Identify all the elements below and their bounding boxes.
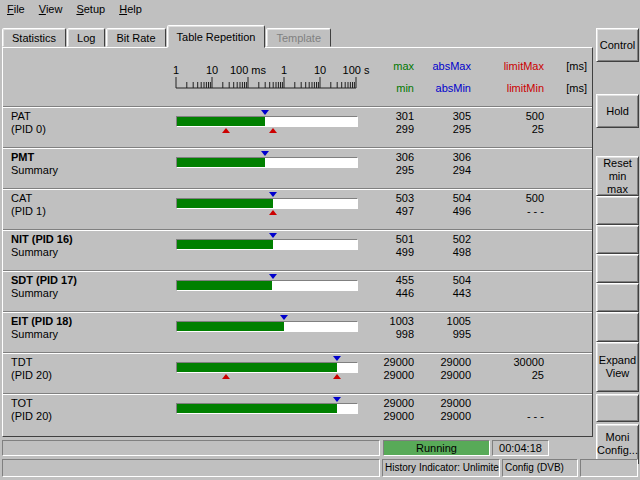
menu-setup[interactable]: Setup — [69, 0, 112, 18]
status-left-panel-2 — [2, 459, 380, 477]
value-limitmax: 30000 — [474, 356, 544, 368]
limit-marker — [222, 374, 230, 379]
row-subtitle: Summary — [11, 246, 58, 258]
app-window: FileViewSetupHelp StatisticsLogBit RateT… — [0, 0, 640, 480]
value-limitmax: 500 — [474, 192, 544, 204]
value-absmin: 294 — [401, 164, 471, 176]
row-title: NIT (PID 16) — [11, 233, 73, 245]
limit-marker — [269, 128, 277, 133]
repetition-bar — [176, 403, 358, 414]
value-limitmin: - - - — [474, 410, 544, 422]
row-title: PMT — [11, 151, 34, 163]
menu-file[interactable]: File — [0, 0, 32, 18]
softkey-blank — [596, 225, 639, 254]
softkey-blank — [596, 196, 639, 225]
value-absmin: 995 — [401, 328, 471, 340]
repetition-bar-fill — [177, 404, 337, 413]
repetition-bar-fill — [177, 117, 265, 126]
value-absmin: 29000 — [401, 410, 471, 422]
absmax-marker — [269, 233, 277, 238]
repetition-bar-fill — [177, 199, 273, 208]
row-subtitle: (PID 20) — [11, 369, 52, 381]
softkey-blank — [596, 283, 639, 312]
running-status-label: Running — [416, 442, 457, 454]
column-header-limitmax: limitMax — [474, 60, 544, 72]
row-subtitle: Summary — [11, 287, 58, 299]
absmax-marker — [261, 110, 269, 115]
softkey-blank — [596, 312, 639, 342]
row-title: PAT — [11, 110, 31, 122]
menu-help[interactable]: Help — [112, 0, 149, 18]
repetition-bar-fill — [177, 363, 337, 372]
value-limitmax: 500 — [474, 110, 544, 122]
value-absmax: 502 — [401, 233, 471, 245]
value-absmin: 498 — [401, 246, 471, 258]
tab-template[interactable]: Template — [266, 28, 331, 47]
hold-button[interactable]: Hold — [596, 94, 639, 128]
value-absmax: 1005 — [401, 315, 471, 327]
tab-statistics[interactable]: Statistics — [2, 28, 66, 47]
repetition-bar-fill — [177, 158, 265, 167]
expand-view-button[interactable]: Expand View — [596, 342, 639, 392]
column-header-unit-top: [ms] — [547, 60, 587, 72]
absmax-marker — [333, 397, 341, 402]
running-status: Running — [383, 440, 490, 456]
value-absmax: 305 — [401, 110, 471, 122]
side-button-panel: ControlHoldReset min maxExpand ViewMoni … — [595, 0, 640, 480]
row-title: TDT — [11, 356, 32, 368]
tab-log[interactable]: Log — [67, 28, 105, 47]
row-title: SDT (PID 17) — [11, 274, 77, 286]
limit-marker — [269, 210, 277, 215]
table-repetition-panel: 1 10 100 ms 1 10 100 s max min absMax ab… — [2, 47, 593, 437]
menu-view[interactable]: View — [32, 0, 70, 18]
row-subtitle: (PID 0) — [11, 123, 46, 135]
elapsed-time: 00:04:18 — [492, 440, 549, 456]
absmax-marker — [333, 356, 341, 361]
repetition-bar — [176, 116, 358, 127]
status-left-panel — [2, 440, 380, 456]
table-row-sdt-pid-17: SDT (PID 17)Summary455446504443 — [3, 270, 592, 311]
status-right-panel — [580, 459, 638, 477]
column-header-limitmin: limitMin — [474, 82, 544, 94]
column-header-absmax: absMax — [401, 60, 471, 72]
repetition-bar — [176, 321, 358, 332]
absmax-marker — [280, 315, 288, 320]
table-row-pmt: PMTSummary306295306294 — [3, 147, 592, 188]
table-row-tot: TOT(PID 20)29000290002900029000- - - — [3, 393, 592, 434]
value-absmax: 29000 — [401, 356, 471, 368]
tab-bar: StatisticsLogBit RateTable RepetitionTem… — [2, 25, 332, 48]
absmax-marker — [269, 274, 277, 279]
column-header-absmin: absMin — [401, 82, 471, 94]
menu-bar: FileViewSetupHelp — [0, 0, 640, 20]
limit-marker — [333, 374, 341, 379]
repetition-bar — [176, 239, 358, 250]
column-header-unit-bottom: [ms] — [547, 82, 587, 94]
moni-config-button[interactable]: Moni Config... — [596, 424, 639, 464]
softkey-blank — [596, 394, 639, 422]
row-subtitle: (PID 1) — [11, 205, 46, 217]
row-title: CAT — [11, 192, 32, 204]
history-indicator-label: History Indicator: Unlimited — [385, 462, 500, 473]
repetition-bar — [176, 362, 358, 373]
repetition-bar-fill — [177, 281, 272, 290]
value-absmax: 29000 — [401, 397, 471, 409]
repetition-bar-fill — [177, 240, 273, 249]
value-absmax: 504 — [401, 192, 471, 204]
table-row-nit-pid-16: NIT (PID 16)Summary501499502498 — [3, 229, 592, 270]
repetition-bar — [176, 157, 358, 168]
value-absmin: 29000 — [401, 369, 471, 381]
table-row-tdt: TDT(PID 20)290002900029000290003000025 — [3, 352, 592, 393]
history-indicator: History Indicator: Unlimited — [382, 459, 500, 477]
control-button[interactable]: Control — [596, 28, 639, 62]
value-absmax: 504 — [401, 274, 471, 286]
tab-bit-rate[interactable]: Bit Rate — [106, 28, 165, 47]
reset-min-max-button[interactable]: Reset min max — [596, 156, 639, 196]
value-absmin: 496 — [401, 205, 471, 217]
value-absmin: 443 — [401, 287, 471, 299]
value-absmax: 306 — [401, 151, 471, 163]
value-absmin: 295 — [401, 123, 471, 135]
value-limitmin: 25 — [474, 123, 544, 135]
table-row-eit-pid-18: EIT (PID 18)Summary10039981005995 — [3, 311, 592, 352]
value-limitmin: - - - — [474, 205, 544, 217]
tab-table-repetition[interactable]: Table Repetition — [167, 25, 266, 48]
